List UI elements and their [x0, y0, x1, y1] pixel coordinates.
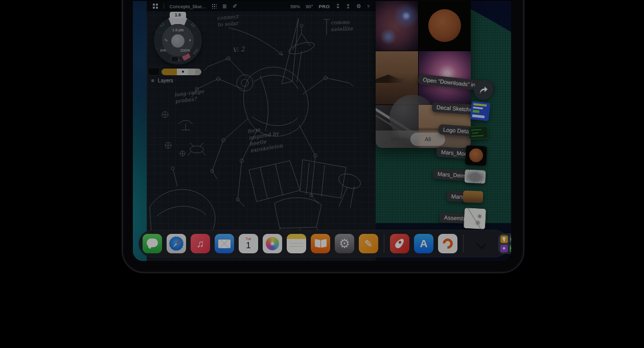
- ipad-screen: connect to solar comms satellite V: 2 lo…: [133, 1, 511, 261]
- screen-dim-overlay: [133, 1, 511, 261]
- ipad-device: connect to solar comms satellite V: 2 lo…: [122, 0, 524, 273]
